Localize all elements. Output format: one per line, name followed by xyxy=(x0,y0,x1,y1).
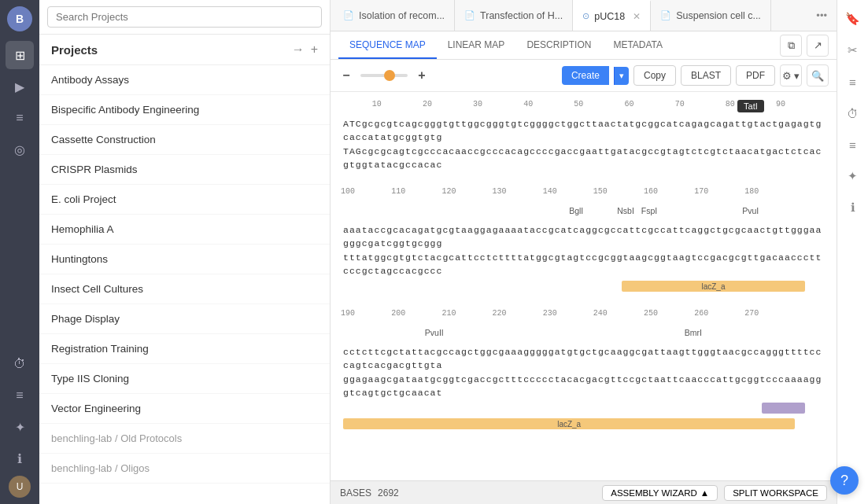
list-item[interactable]: Huntingtons xyxy=(39,245,330,274)
sidebar-title: Projects xyxy=(51,43,292,57)
seq-line-2a: aaataccgcacagatgcgtaaggagaaaataccgcatcag… xyxy=(343,223,824,251)
list-item[interactable]: Bispecific Antibody Engineering xyxy=(39,95,330,125)
zoom-in-button[interactable]: + xyxy=(414,68,430,83)
share-icon[interactable]: ↗ xyxy=(807,35,829,57)
info-icon[interactable]: ℹ xyxy=(840,195,866,220)
seq-line-1b: TAGcgcgcagtcgcccacaaccgcccacagccccgaccga… xyxy=(343,145,824,172)
align-icon[interactable]: ≡ xyxy=(840,69,866,94)
nav-icon-play[interactable]: ▶ xyxy=(6,72,34,101)
nav-icon-clock[interactable]: ⏱ xyxy=(6,350,34,378)
sparkle-icon[interactable]: ✦ xyxy=(840,164,866,189)
feature-bar-purple[interactable] xyxy=(762,403,805,414)
ruler-mark: 260 xyxy=(694,309,708,318)
tabs-more-icon[interactable]: ••• xyxy=(810,9,833,21)
tab-isolation[interactable]: 📄 Isolation of recom... xyxy=(334,0,455,31)
ruler-mark: 20 xyxy=(423,100,432,109)
list-item[interactable]: Hemophilia A xyxy=(39,215,330,245)
app-logo[interactable]: B xyxy=(7,6,32,31)
main-content: 📄 Isolation of recom... 📄 Transfection o… xyxy=(331,0,837,504)
sidebar-header-icons: → + xyxy=(292,42,318,57)
list-item[interactable]: Cassette Construction xyxy=(39,125,330,155)
ruler-mark: 10 xyxy=(372,100,382,109)
create-dropdown-button[interactable]: ▾ xyxy=(614,67,629,85)
blast-button[interactable]: BLAST xyxy=(681,65,731,86)
ruler-2: 100 110 120 130 140 150 160 170 180 xyxy=(343,187,824,203)
copy-link-icon[interactable]: ⧉ xyxy=(780,35,802,57)
clock-icon[interactable]: ⏱ xyxy=(840,101,866,126)
ruler-mark: 250 xyxy=(644,309,658,318)
search-input[interactable] xyxy=(47,6,322,28)
nav-icon-menu[interactable]: ≡ xyxy=(6,104,34,132)
navigate-forward-icon[interactable]: → xyxy=(292,42,305,57)
sequence-block-1: TatI 10 20 30 40 50 60 70 80 90 ATCgcgcg… xyxy=(343,100,824,171)
document-icon-3: 📄 xyxy=(660,10,671,20)
pdf-button[interactable]: PDF xyxy=(736,65,775,86)
list-item[interactable]: benchling-lab / Oligos xyxy=(39,454,330,484)
user-avatar[interactable]: U xyxy=(9,476,31,498)
list-item[interactable]: Insect Cell Cultures xyxy=(39,274,330,304)
zoom-out-button[interactable]: − xyxy=(338,68,354,83)
feature-bar-lacz-a-2[interactable]: lacZ_a xyxy=(343,418,795,429)
scissors-icon[interactable]: ✂ xyxy=(840,38,866,63)
sub-tab-actions: ⧉ ↗ xyxy=(780,35,829,57)
list-item[interactable]: Phage Display xyxy=(39,304,330,334)
tab-suspension[interactable]: 📄 Suspension cell c... xyxy=(651,0,771,31)
sub-tab-description[interactable]: DESCRIPTION xyxy=(515,31,602,59)
nav-icon-star[interactable]: ✦ xyxy=(6,413,34,441)
ruler-mark: 240 xyxy=(593,309,608,318)
add-project-icon[interactable]: + xyxy=(311,42,318,57)
settings-icon[interactable]: ⚙ ▾ xyxy=(780,64,802,86)
list-item[interactable]: Registration Training xyxy=(39,334,330,364)
enzyme-label-pvui: PvuI xyxy=(742,206,759,215)
sidebar-header: Projects → + xyxy=(39,35,330,65)
nav-icon-info[interactable]: ℹ xyxy=(6,444,34,473)
toolbar-right: Create ▾ Copy BLAST PDF ⚙ ▾ 🔍 xyxy=(562,64,829,86)
sequence-block-3: 190 200 210 220 230 240 250 260 270 PvuI… xyxy=(343,309,824,431)
list-item[interactable]: benchling-lab / Old Protocols xyxy=(39,424,330,454)
sub-tab-sequence-map[interactable]: SEQUENCE MAP xyxy=(338,31,437,59)
search-icon[interactable]: 🔍 xyxy=(807,64,829,86)
assembly-wizard-button[interactable]: ASSEMBLY WIZARD ▲ xyxy=(602,485,718,501)
tab-transfection[interactable]: 📄 Transfection of H... xyxy=(455,0,573,31)
ruler-mark: 140 xyxy=(543,187,557,196)
bookmark-icon[interactable]: 🔖 xyxy=(840,6,866,31)
enzyme-row-2: BglI NsbI FspI PvuI xyxy=(343,206,824,223)
enzyme-label-pvuii: PvuII xyxy=(425,328,444,337)
seq-line-2b: tttatggcgtgtctacgcattcctcttttatggcgtagtc… xyxy=(343,251,824,278)
ruler-mark: 90 xyxy=(776,100,785,109)
sidebar: Projects → + Antibody AssaysBispecific A… xyxy=(39,0,331,504)
right-panel: 🔖 ✂ ≡ ⏱ ≡ ✦ ℹ xyxy=(837,0,868,504)
help-fab-button[interactable]: ? xyxy=(830,466,859,495)
tab-puc18[interactable]: ⊙ pUC18 ✕ xyxy=(573,0,651,31)
ruler-mark: 150 xyxy=(593,187,608,196)
document-icon: 📄 xyxy=(343,10,354,20)
create-button[interactable]: Create xyxy=(562,66,609,85)
ruler-mark: 270 xyxy=(744,309,759,318)
feature-bar-lacz-a[interactable]: lacZ_a xyxy=(622,281,804,292)
feature-bar-row-3a xyxy=(343,401,824,415)
ruler-mark: 190 xyxy=(341,309,355,318)
nav-icon-search[interactable]: ◎ xyxy=(6,135,34,164)
sub-tab-metadata[interactable]: METADATA xyxy=(602,31,674,59)
ruler-3: 190 200 210 220 230 240 250 260 270 xyxy=(343,309,824,325)
bases-label: BASES xyxy=(340,487,371,498)
split-workspace-button[interactable]: SPLIT WORKSPACE xyxy=(724,485,827,501)
seq-line-3b: ggagaagcgataatgcggtcgaccgctttccccctacacg… xyxy=(343,373,824,400)
list-icon-right[interactable]: ≡ xyxy=(840,132,866,157)
list-item[interactable]: Vector Engineering xyxy=(39,394,330,424)
list-item[interactable]: Type IIS Cloning xyxy=(39,364,330,394)
zoom-slider[interactable] xyxy=(360,74,408,77)
sub-tab-linear-map[interactable]: LINEAR MAP xyxy=(437,31,516,59)
list-item[interactable]: E. coli Project xyxy=(39,185,330,215)
chevron-up-icon: ▲ xyxy=(700,488,709,498)
nav-icon-grid[interactable]: ⊞ xyxy=(6,41,34,69)
nav-icon-list[interactable]: ≡ xyxy=(6,381,34,410)
tab-close-icon[interactable]: ✕ xyxy=(633,11,641,22)
copy-button[interactable]: Copy xyxy=(633,65,676,86)
enzyme-row-3: PvuII BmrI xyxy=(343,328,824,345)
toolbar: − + Create ▾ Copy BLAST PDF ⚙ ▾ 🔍 xyxy=(331,60,837,92)
list-item[interactable]: CRISPR Plasmids xyxy=(39,155,330,185)
list-item[interactable]: Antibody Assays xyxy=(39,65,330,95)
enzyme-label-fspi: FspI xyxy=(641,206,657,215)
ruler-mark: 120 xyxy=(441,187,456,196)
